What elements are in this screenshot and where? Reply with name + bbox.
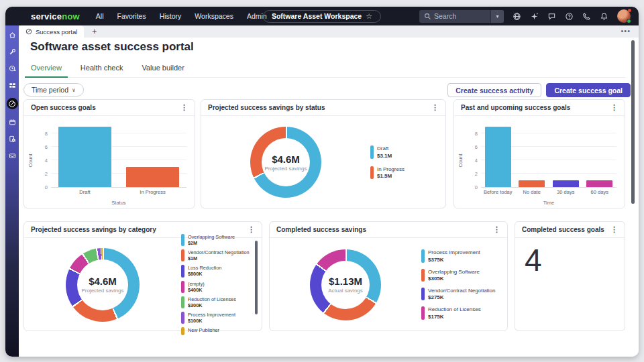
y-tick-label: 8 [45, 131, 51, 137]
card-title: Completed success goals [522, 226, 604, 233]
ai-sparkle-icon[interactable] [530, 12, 539, 21]
kebab-menu-icon[interactable]: ⋮ [610, 226, 618, 233]
bar[interactable] [519, 180, 545, 187]
sidebar-item-workspaces[interactable] [7, 81, 17, 89]
tab-overview[interactable]: Overview [25, 62, 68, 78]
legend-item[interactable]: Vendor/Contract Negotiation$1M [181, 249, 252, 261]
tab-strip: Success portal + ••• [19, 25, 639, 38]
tab-health-check[interactable]: Health check [74, 62, 129, 77]
nav-item-favorites[interactable]: Favorites [117, 12, 146, 20]
legend-item[interactable]: Overlapping Software$305K [421, 269, 502, 282]
card-open-success-goals: Open success goals ⋮ Count02468DraftIn P… [23, 99, 195, 208]
card-past-upcoming-goals: Past and upcoming success goals ⋮ Count0… [453, 99, 625, 208]
kebab-menu-icon[interactable]: ⋮ [248, 226, 255, 233]
help-icon[interactable] [565, 12, 574, 21]
sidebar-item-inventory[interactable] [7, 152, 17, 160]
search-scope-caret-icon[interactable]: ▾ [490, 10, 504, 23]
sidebar-item-success-portal[interactable] [7, 98, 18, 109]
sidebar-item-reports[interactable] [7, 135, 17, 143]
legend-item[interactable]: In Progress$1.5M [370, 166, 440, 179]
kebab-menu-icon[interactable]: ⋮ [610, 104, 618, 111]
page-tabs: Overview Health check Value builder [25, 62, 625, 78]
tab-value-builder[interactable]: Value builder [136, 62, 190, 77]
toolbar-buttons: Create success activity Create success g… [447, 83, 631, 97]
bar[interactable] [58, 127, 111, 187]
legend-scrollbar[interactable] [255, 241, 258, 314]
legend-value: $375K [428, 257, 480, 263]
donut-center-value: $1.13M [329, 276, 362, 287]
star-icon[interactable]: ☆ [366, 12, 372, 21]
legend-swatch [421, 269, 425, 282]
search-icon [419, 13, 434, 20]
donut-center-value: $4.6M [89, 276, 117, 287]
search-box[interactable]: ▾ [419, 10, 504, 23]
kebab-menu-icon[interactable]: ⋮ [493, 226, 500, 233]
card-completed-success-savings: Completed success savings ⋮ $1.13MActual… [269, 221, 508, 331]
y-tick-label: 2 [475, 171, 481, 177]
legend-item[interactable]: Draft$3.1M [370, 145, 440, 158]
success-portal-tab-icon [25, 28, 32, 35]
nav-item-workspaces[interactable]: Workspaces [195, 12, 233, 20]
donut-chart[interactable]: $1.13MActual savings [310, 249, 381, 320]
tab-overflow-button[interactable]: ••• [621, 27, 631, 35]
legend-value: $800K [188, 271, 221, 277]
donut-center-value: $4.6M [272, 154, 300, 165]
kebab-menu-icon[interactable]: ⋮ [180, 104, 188, 111]
card-title: Projected success savings by category [31, 226, 156, 233]
card-completed-success-goals: Completed success goals ⋮ 4 [515, 221, 625, 331]
app-window: servicenow All Favorites History Workspa… [5, 7, 639, 357]
card-title: Completed success savings [276, 226, 366, 233]
sidebar-item-home[interactable] [7, 31, 17, 39]
legend-item[interactable]: New Publisher [181, 327, 252, 335]
legend-item[interactable]: (empty)$400K [181, 281, 252, 293]
y-tick-label: 0 [45, 184, 51, 190]
nav-links: All Favorites History Workspaces Admin [96, 12, 267, 20]
time-period-filter[interactable]: Time period ∨ [23, 83, 84, 97]
donut-chart-savings-by-category: $4.6MProjected savingsOverlapping Softwa… [24, 239, 262, 330]
legend-item[interactable]: Reduction of Licenses$175K [421, 306, 502, 319]
legend-value: $175K [428, 314, 481, 320]
donut-chart[interactable]: $4.6MProjected savings [250, 127, 321, 198]
sidebar-item-calendar[interactable] [7, 118, 17, 126]
legend-item[interactable]: Reduction of Licenses$300K [181, 296, 252, 308]
legend-item[interactable]: Overlapping Software$2M [181, 234, 252, 246]
y-tick-label: 0 [475, 184, 481, 190]
bar[interactable] [553, 180, 579, 187]
sidebar-item-tools[interactable] [7, 48, 17, 56]
notifications-icon[interactable] [600, 12, 608, 21]
workspace-pill[interactable]: Software Asset Workspace ☆ [263, 10, 381, 23]
create-success-activity-button[interactable]: Create success activity [447, 83, 541, 97]
avatar[interactable] [617, 9, 631, 23]
page-title: Software asset success portal [30, 40, 194, 54]
card-projected-savings-by-status: Projected success savings by status ⋮ $4… [201, 99, 446, 208]
donut-chart[interactable]: $4.6MProjected savings [66, 248, 140, 322]
globe-icon[interactable] [513, 12, 521, 21]
nav-item-history[interactable]: History [160, 12, 182, 20]
new-tab-button[interactable]: + [92, 27, 97, 36]
legend-label: (empty) [188, 281, 205, 287]
legend-item[interactable]: Vendor/Contract Negotiation$275K [421, 288, 502, 300]
bar[interactable] [485, 127, 511, 187]
create-success-goal-button[interactable]: Create success goal [546, 83, 631, 97]
tab-success-portal[interactable]: Success portal [19, 25, 84, 38]
plot-area: 02468DraftIn Progress [51, 123, 186, 188]
legend-value: $100K [188, 318, 235, 324]
legend-item[interactable]: Process Improvement$375K [421, 249, 502, 262]
legend-value: $275K [428, 294, 496, 300]
servicenow-logo[interactable]: servicenow [31, 11, 80, 21]
search-input[interactable] [434, 12, 490, 20]
bar[interactable] [126, 167, 179, 187]
nav-item-all[interactable]: All [96, 12, 104, 20]
kebab-menu-icon[interactable]: ⋮ [431, 104, 439, 111]
y-tick-label: 4 [475, 158, 481, 164]
legend-item[interactable]: Loss Reduction$800K [181, 265, 252, 277]
sidebar-item-history[interactable] [7, 64, 17, 72]
page-scrollbar[interactable] [631, 40, 635, 204]
bar[interactable] [586, 180, 612, 187]
chat-icon[interactable] [547, 12, 556, 21]
legend-item[interactable]: Process Improvement$100K [181, 312, 252, 324]
chart-legend: Draft$3.1MIn Progress$1.5M [370, 145, 445, 179]
phone-icon[interactable] [582, 12, 591, 21]
main-content: Software asset success portal Overview H… [19, 38, 639, 357]
legend-swatch [421, 249, 425, 262]
